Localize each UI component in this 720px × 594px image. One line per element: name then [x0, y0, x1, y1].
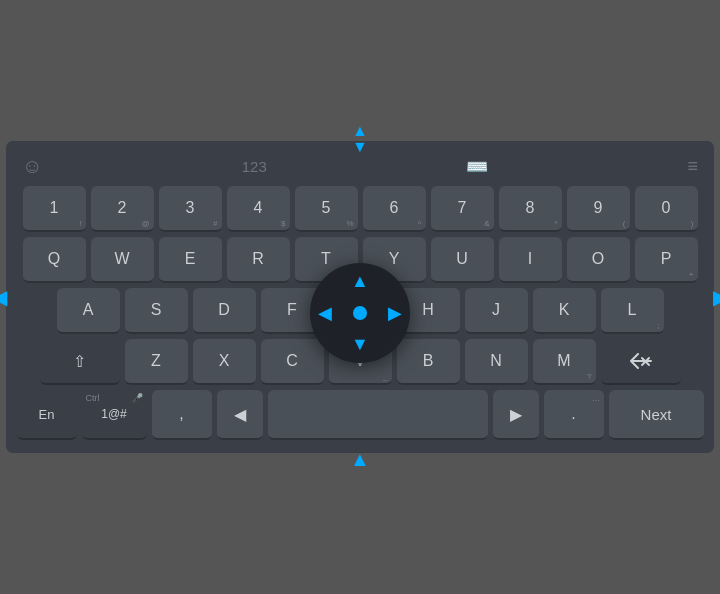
key-p[interactable]: P+ [635, 237, 698, 283]
numbers-button[interactable]: 123 [242, 158, 267, 175]
dpad-center-dot [353, 306, 367, 320]
top-center-arrow[interactable]: ▲ ▼ [352, 123, 368, 155]
key-v-sub: _ [383, 372, 387, 381]
key-x[interactable]: X [193, 339, 256, 385]
dpad-left-arrow[interactable]: ◀ [318, 302, 332, 324]
key-0[interactable]: 0) [635, 186, 698, 232]
key-6-sub: ^ [418, 219, 422, 228]
key-4[interactable]: 4$ [227, 186, 290, 232]
right-side-arrow[interactable]: ▶ [713, 285, 720, 309]
menu-icon[interactable]: ≡ [687, 156, 698, 177]
key-m[interactable]: M? [533, 339, 596, 385]
bottom-center-arrow[interactable]: ▲ [350, 448, 370, 471]
key-s[interactable]: S [125, 288, 188, 334]
left-side-arrow[interactable]: ◀ [0, 285, 7, 309]
key-9[interactable]: 9( [567, 186, 630, 232]
key-m-sub: ? [587, 372, 591, 381]
key-r[interactable]: R [227, 237, 290, 283]
shift-key[interactable]: ⇧ [40, 339, 120, 385]
key-3[interactable]: 3# [159, 186, 222, 232]
key-9-sub: ( [623, 219, 626, 228]
next-key[interactable]: Next [609, 390, 704, 440]
key-2-sub: @ [141, 219, 149, 228]
key-0-sub: ) [691, 219, 694, 228]
keyboard-icon[interactable]: ⌨️ [466, 156, 488, 178]
key-3-sub: # [213, 219, 217, 228]
key-o[interactable]: O [567, 237, 630, 283]
period-key[interactable]: ... . [544, 390, 604, 440]
key-1-sub: ! [79, 219, 81, 228]
key-l-sub: ; [657, 321, 659, 330]
key-c[interactable]: C [261, 339, 324, 385]
space-key[interactable] [268, 390, 488, 440]
dpad-right-arrow[interactable]: ▶ [388, 302, 402, 324]
key-6[interactable]: 6^ [363, 186, 426, 232]
period-label: . [571, 405, 575, 423]
key-q[interactable]: Q [23, 237, 86, 283]
comma-key[interactable]: , [152, 390, 212, 440]
key-d[interactable]: D [193, 288, 256, 334]
emoji-button[interactable]: ☺ [22, 155, 42, 178]
right-arrow-key[interactable]: ▶ [493, 390, 539, 440]
key-rows: 1! 2@ 3# 4$ 5% 6^ 7& 8* 9( 0) Q W E R T … [14, 186, 706, 440]
lang-key[interactable]: En [17, 390, 77, 440]
key-7-sub: & [484, 219, 489, 228]
keyboard-container: ◀ ▶ ▲ ▼ ☺ 123 ⌨️ ≡ 1! 2@ 3# 4$ 5% 6^ 7& … [5, 140, 715, 454]
key-5[interactable]: 5% [295, 186, 358, 232]
key-2[interactable]: 2@ [91, 186, 154, 232]
dpad-up-arrow[interactable]: ▲ [351, 271, 369, 292]
key-a[interactable]: A [57, 288, 120, 334]
key-u[interactable]: U [431, 237, 494, 283]
bottom-row: En 🎤 1@# Ctrl , ◀ ▶ ... . Next [14, 390, 706, 440]
sym-label: 1@# [101, 407, 127, 421]
key-8[interactable]: 8* [499, 186, 562, 232]
key-w[interactable]: W [91, 237, 154, 283]
mic-icon: 🎤 [132, 393, 143, 403]
backspace-key[interactable] [601, 339, 681, 385]
left-arrow-key[interactable]: ◀ [217, 390, 263, 440]
number-row: 1! 2@ 3# 4$ 5% 6^ 7& 8* 9( 0) [14, 186, 706, 232]
key-p-sub: + [689, 270, 694, 279]
top-bar: ☺ 123 ⌨️ ≡ [14, 151, 706, 186]
key-j[interactable]: J [465, 288, 528, 334]
key-5-sub: % [346, 219, 353, 228]
key-e[interactable]: E [159, 237, 222, 283]
dots-label: ... [592, 393, 600, 403]
dpad-overlay[interactable]: ▲ ▼ ◀ ▶ [310, 263, 410, 363]
key-1[interactable]: 1! [23, 186, 86, 232]
key-n[interactable]: N [465, 339, 528, 385]
dpad-down-arrow[interactable]: ▼ [351, 334, 369, 355]
ctrl-label: Ctrl [86, 393, 100, 403]
key-7[interactable]: 7& [431, 186, 494, 232]
key-k[interactable]: K [533, 288, 596, 334]
sym-key[interactable]: 🎤 1@# Ctrl [82, 390, 147, 440]
key-b[interactable]: B [397, 339, 460, 385]
key-z[interactable]: Z [125, 339, 188, 385]
key-8-sub: * [554, 219, 557, 228]
key-l[interactable]: L; [601, 288, 664, 334]
key-i[interactable]: I [499, 237, 562, 283]
key-4-sub: $ [281, 219, 285, 228]
